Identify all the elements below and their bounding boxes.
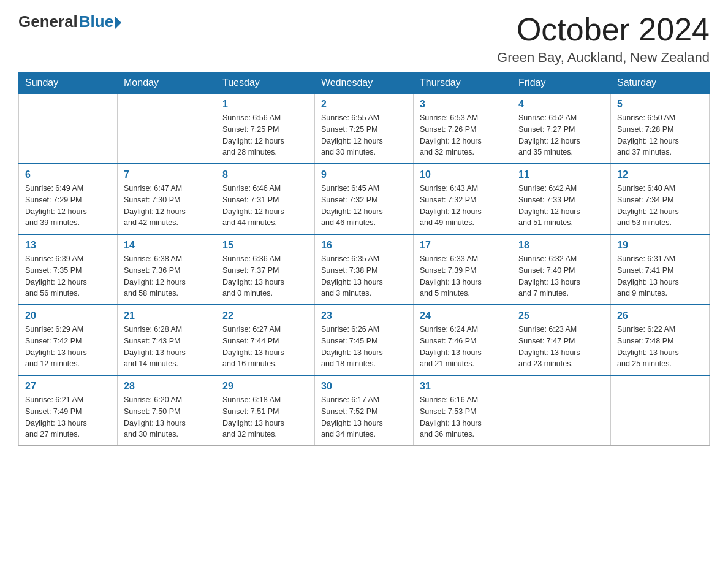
day-info: Sunrise: 6:49 AMSunset: 7:29 PMDaylight:… [25,183,111,229]
column-header-saturday: Saturday [611,72,710,94]
calendar-cell [19,94,118,164]
day-info: Sunrise: 6:17 AMSunset: 7:52 PMDaylight:… [321,394,407,440]
day-number: 19 [617,240,703,251]
day-info: Sunrise: 6:23 AMSunset: 7:47 PMDaylight:… [518,324,604,370]
calendar-cell: 7Sunrise: 6:47 AMSunset: 7:30 PMDaylight… [118,164,216,234]
calendar-cell: 26Sunrise: 6:22 AMSunset: 7:48 PMDayligh… [611,305,710,375]
calendar-cell: 25Sunrise: 6:23 AMSunset: 7:47 PMDayligh… [512,305,611,375]
day-number: 3 [420,99,506,110]
day-number: 21 [124,310,210,321]
calendar-header-row: SundayMondayTuesdayWednesdayThursdayFrid… [19,72,710,94]
day-number: 31 [420,381,506,392]
calendar-cell [512,375,611,446]
calendar-cell: 9Sunrise: 6:45 AMSunset: 7:32 PMDaylight… [315,164,414,234]
day-number: 9 [321,169,407,180]
calendar-cell: 29Sunrise: 6:18 AMSunset: 7:51 PMDayligh… [216,375,315,446]
day-number: 11 [518,169,604,180]
day-info: Sunrise: 6:50 AMSunset: 7:28 PMDaylight:… [617,112,703,158]
day-number: 13 [25,240,111,251]
calendar-cell: 31Sunrise: 6:16 AMSunset: 7:53 PMDayligh… [414,375,512,446]
calendar-cell: 15Sunrise: 6:36 AMSunset: 7:37 PMDayligh… [216,234,315,305]
day-info: Sunrise: 6:40 AMSunset: 7:34 PMDaylight:… [617,183,703,229]
day-info: Sunrise: 6:53 AMSunset: 7:26 PMDaylight:… [420,112,506,158]
calendar-cell: 1Sunrise: 6:56 AMSunset: 7:25 PMDaylight… [216,94,315,164]
day-number: 20 [25,310,111,321]
calendar-week-row: 6Sunrise: 6:49 AMSunset: 7:29 PMDaylight… [19,164,710,234]
calendar-cell: 19Sunrise: 6:31 AMSunset: 7:41 PMDayligh… [611,234,710,305]
day-info: Sunrise: 6:43 AMSunset: 7:32 PMDaylight:… [420,183,506,229]
calendar-cell: 13Sunrise: 6:39 AMSunset: 7:35 PMDayligh… [19,234,118,305]
logo-arrow-icon [115,17,121,29]
day-number: 1 [222,99,308,110]
calendar-cell: 10Sunrise: 6:43 AMSunset: 7:32 PMDayligh… [414,164,512,234]
day-info: Sunrise: 6:35 AMSunset: 7:38 PMDaylight:… [321,253,407,299]
calendar-cell [611,375,710,446]
calendar-cell: 4Sunrise: 6:52 AMSunset: 7:27 PMDaylight… [512,94,611,164]
day-info: Sunrise: 6:42 AMSunset: 7:33 PMDaylight:… [518,183,604,229]
day-info: Sunrise: 6:36 AMSunset: 7:37 PMDaylight:… [222,253,308,299]
calendar-cell: 6Sunrise: 6:49 AMSunset: 7:29 PMDaylight… [19,164,118,234]
column-header-friday: Friday [512,72,611,94]
day-info: Sunrise: 6:27 AMSunset: 7:44 PMDaylight:… [222,324,308,370]
day-number: 8 [222,169,308,180]
day-number: 5 [617,99,703,110]
column-header-wednesday: Wednesday [315,72,414,94]
day-number: 16 [321,240,407,251]
calendar-week-row: 27Sunrise: 6:21 AMSunset: 7:49 PMDayligh… [19,375,710,446]
day-info: Sunrise: 6:16 AMSunset: 7:53 PMDaylight:… [420,394,506,440]
day-info: Sunrise: 6:38 AMSunset: 7:36 PMDaylight:… [124,253,210,299]
day-number: 12 [617,169,703,180]
day-info: Sunrise: 6:47 AMSunset: 7:30 PMDaylight:… [124,183,210,229]
calendar-week-row: 13Sunrise: 6:39 AMSunset: 7:35 PMDayligh… [19,234,710,305]
logo-general-text: General [18,12,78,31]
month-title: October 2024 [497,12,710,47]
calendar-cell: 21Sunrise: 6:28 AMSunset: 7:43 PMDayligh… [118,305,216,375]
location-text: Green Bay, Auckland, New Zealand [497,50,710,66]
calendar-cell: 2Sunrise: 6:55 AMSunset: 7:25 PMDaylight… [315,94,414,164]
day-number: 27 [25,381,111,392]
calendar-week-row: 1Sunrise: 6:56 AMSunset: 7:25 PMDaylight… [19,94,710,164]
calendar-cell: 28Sunrise: 6:20 AMSunset: 7:50 PMDayligh… [118,375,216,446]
day-info: Sunrise: 6:31 AMSunset: 7:41 PMDaylight:… [617,253,703,299]
day-info: Sunrise: 6:39 AMSunset: 7:35 PMDaylight:… [25,253,111,299]
day-number: 30 [321,381,407,392]
calendar-cell [118,94,216,164]
day-number: 4 [518,99,604,110]
calendar-cell: 12Sunrise: 6:40 AMSunset: 7:34 PMDayligh… [611,164,710,234]
day-number: 15 [222,240,308,251]
day-info: Sunrise: 6:46 AMSunset: 7:31 PMDaylight:… [222,183,308,229]
day-number: 2 [321,99,407,110]
day-info: Sunrise: 6:20 AMSunset: 7:50 PMDaylight:… [124,394,210,440]
calendar-cell: 18Sunrise: 6:32 AMSunset: 7:40 PMDayligh… [512,234,611,305]
calendar-cell: 11Sunrise: 6:42 AMSunset: 7:33 PMDayligh… [512,164,611,234]
day-info: Sunrise: 6:28 AMSunset: 7:43 PMDaylight:… [124,324,210,370]
day-info: Sunrise: 6:21 AMSunset: 7:49 PMDaylight:… [25,394,111,440]
day-number: 25 [518,310,604,321]
calendar-cell: 16Sunrise: 6:35 AMSunset: 7:38 PMDayligh… [315,234,414,305]
day-info: Sunrise: 6:18 AMSunset: 7:51 PMDaylight:… [222,394,308,440]
calendar-cell: 30Sunrise: 6:17 AMSunset: 7:52 PMDayligh… [315,375,414,446]
day-info: Sunrise: 6:52 AMSunset: 7:27 PMDaylight:… [518,112,604,158]
day-info: Sunrise: 6:32 AMSunset: 7:40 PMDaylight:… [518,253,604,299]
day-number: 23 [321,310,407,321]
day-number: 29 [222,381,308,392]
day-info: Sunrise: 6:29 AMSunset: 7:42 PMDaylight:… [25,324,111,370]
column-header-monday: Monday [118,72,216,94]
day-number: 24 [420,310,506,321]
logo-blue-text: Blue [79,12,113,31]
day-number: 10 [420,169,506,180]
column-header-tuesday: Tuesday [216,72,315,94]
calendar-cell: 14Sunrise: 6:38 AMSunset: 7:36 PMDayligh… [118,234,216,305]
logo-blue-part: Blue [79,12,121,31]
calendar-cell: 17Sunrise: 6:33 AMSunset: 7:39 PMDayligh… [414,234,512,305]
calendar-cell: 20Sunrise: 6:29 AMSunset: 7:42 PMDayligh… [19,305,118,375]
calendar-cell: 23Sunrise: 6:26 AMSunset: 7:45 PMDayligh… [315,305,414,375]
day-info: Sunrise: 6:24 AMSunset: 7:46 PMDaylight:… [420,324,506,370]
title-block: October 2024 Green Bay, Auckland, New Ze… [497,12,710,66]
column-header-thursday: Thursday [414,72,512,94]
day-info: Sunrise: 6:55 AMSunset: 7:25 PMDaylight:… [321,112,407,158]
calendar-cell: 24Sunrise: 6:24 AMSunset: 7:46 PMDayligh… [414,305,512,375]
page-header: General Blue October 2024 Green Bay, Auc… [18,12,710,66]
calendar-cell: 3Sunrise: 6:53 AMSunset: 7:26 PMDaylight… [414,94,512,164]
day-number: 6 [25,169,111,180]
